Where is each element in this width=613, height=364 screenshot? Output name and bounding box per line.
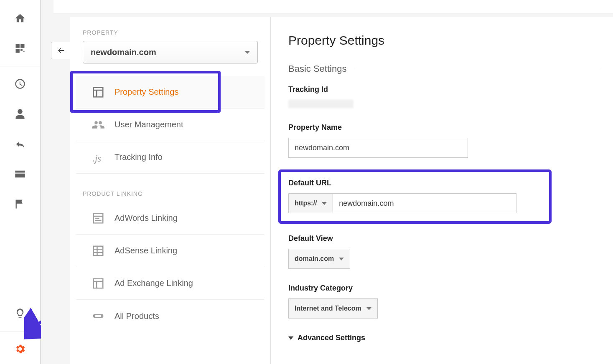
home-icon[interactable] [10, 8, 30, 29]
back-button[interactable] [51, 42, 70, 59]
protocol-value: https:// [295, 200, 317, 207]
link-icon [91, 309, 105, 323]
flag-icon[interactable] [10, 193, 30, 215]
property-name-input[interactable] [288, 138, 468, 158]
chevron-down-icon [245, 51, 250, 54]
nav-label: AdSense Linking [114, 246, 177, 255]
default-view-block: Default View domain.com [288, 234, 600, 269]
tracking-id-value-redacted [288, 100, 354, 108]
chevron-down-icon [288, 336, 293, 340]
left-nav-rail [0, 0, 41, 364]
advanced-settings-label: Advanced Settings [298, 334, 365, 342]
industry-label: Industry Category [288, 284, 600, 293]
property-selector-value: newdomain.com [91, 48, 156, 57]
nav-label: AdWords Linking [114, 213, 178, 223]
industry-select[interactable]: Internet and Telecom [288, 298, 378, 318]
page-title: Property Settings [288, 33, 600, 48]
default-view-value: domain.com [295, 255, 334, 263]
property-selector[interactable]: newdomain.com [83, 41, 258, 63]
nav-label: Ad Exchange Linking [114, 278, 193, 288]
property-name-label: Property Name [288, 123, 600, 132]
nav-adexchange-linking[interactable]: Ad Exchange Linking [76, 267, 265, 300]
layout-icon [91, 85, 105, 99]
share-icon[interactable] [10, 133, 30, 155]
gear-icon[interactable] [10, 338, 30, 360]
settings-form: Property Settings Basic Settings Trackin… [271, 17, 613, 364]
tracking-id-block: Tracking Id [288, 85, 600, 108]
default-url-label: Default URL [288, 179, 600, 187]
users-icon [91, 118, 105, 132]
layout-icon [91, 276, 105, 291]
js-icon: .js [91, 150, 105, 164]
property-name-block: Property Name [288, 123, 600, 158]
chevron-down-icon [339, 258, 344, 260]
nav-label: All Products [114, 311, 159, 321]
property-section-label: PROPERTY [70, 29, 270, 41]
customize-icon[interactable] [10, 38, 30, 59]
bulb-icon[interactable] [10, 303, 30, 324]
table-icon [91, 244, 105, 258]
industry-value: Internet and Telecom [295, 305, 361, 312]
tracking-id-label: Tracking Id [288, 85, 600, 94]
advanced-settings-toggle[interactable]: Advanced Settings [288, 334, 600, 342]
default-view-label: Default View [288, 234, 600, 243]
basic-settings-heading: Basic Settings [288, 63, 600, 74]
card-icon[interactable] [10, 163, 30, 185]
document-icon [91, 211, 105, 225]
industry-block: Industry Category Internet and Telecom [288, 284, 600, 318]
svg-rect-3 [95, 315, 102, 317]
top-bar [53, 0, 613, 13]
divider [0, 331, 40, 331]
nav-adsense-linking[interactable]: AdSense Linking [76, 235, 265, 267]
clock-icon[interactable] [10, 73, 30, 95]
divider [0, 66, 40, 66]
user-icon[interactable] [10, 103, 30, 125]
default-url-block: Default URL https:// [288, 173, 600, 219]
svg-text:.js: .js [92, 153, 101, 164]
default-url-input[interactable] [333, 193, 516, 213]
main-area: PROPERTY newdomain.com Property Settings… [41, 0, 613, 364]
chevron-down-icon [366, 307, 371, 310]
nav-property-settings[interactable]: Property Settings [76, 76, 265, 109]
nav-label: Tracking Info [114, 152, 163, 162]
chevron-down-icon [322, 202, 327, 205]
nav-user-management[interactable]: User Management [76, 109, 265, 141]
property-column: PROPERTY newdomain.com Property Settings… [70, 17, 271, 364]
nav-all-products[interactable]: All Products [76, 300, 265, 332]
nav-adwords-linking[interactable]: AdWords Linking [76, 202, 265, 235]
protocol-select[interactable]: https:// [288, 193, 333, 213]
nav-label: User Management [114, 120, 183, 129]
nav-tracking-info[interactable]: .js Tracking Info [76, 141, 265, 174]
product-linking-label: PRODUCT LINKING [70, 190, 270, 202]
nav-label: Property Settings [114, 87, 178, 97]
settings-panel: PROPERTY newdomain.com Property Settings… [70, 17, 613, 364]
default-view-select[interactable]: domain.com [288, 249, 350, 269]
